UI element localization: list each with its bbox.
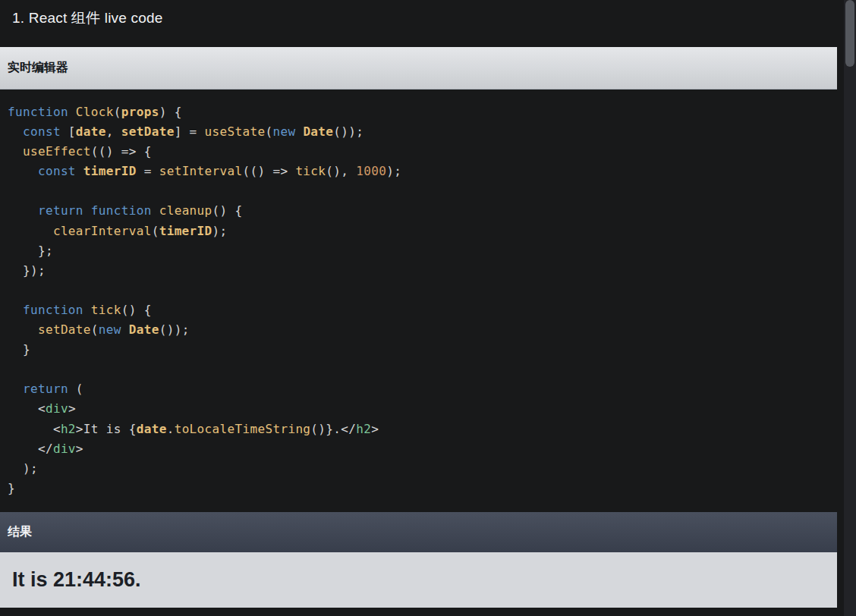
page-title: 1. React 组件 live code (12, 8, 163, 28)
code-line: function Clock(props) { (8, 102, 829, 122)
code-line: function tick() { (8, 300, 829, 320)
result-header-label: 结果 (8, 524, 32, 540)
live-editor-header-label: 实时编辑器 (8, 60, 68, 76)
code-line: return function cleanup() { (8, 201, 829, 221)
code-line: }; (8, 241, 829, 261)
code-line: const timerID = setInterval(() => tick()… (8, 162, 829, 181)
code-line: } (8, 479, 829, 498)
code-line: ); (8, 459, 829, 479)
code-line (8, 181, 829, 201)
code-line: <h2>It is {date.toLocaleTimeString()}.</… (8, 420, 829, 439)
code-line (8, 281, 829, 300)
code-line (8, 360, 829, 379)
code-line: </div> (8, 439, 829, 459)
result-output: It is 21:44:56. (12, 568, 141, 592)
code-line: const [date, setDate] = useState(new Dat… (8, 122, 829, 142)
code-line: useEffect(() => { (8, 142, 829, 162)
code-line: }); (8, 261, 829, 281)
live-code-playground: 实时编辑器 function Clock(props) { const [dat… (0, 47, 837, 608)
page-scrollbar[interactable] (844, 0, 856, 616)
code-line: return ( (8, 379, 829, 399)
code-line: <div> (8, 399, 829, 419)
result-header: 结果 (0, 512, 837, 552)
result-panel: It is 21:44:56. (0, 552, 837, 608)
scrollbar-thumb[interactable] (845, 0, 854, 67)
code-line: setDate(new Date()); (8, 320, 829, 340)
code-editor[interactable]: function Clock(props) { const [date, set… (0, 90, 837, 512)
live-editor-header: 实时编辑器 (0, 47, 837, 90)
code-line: clearInterval(timerID); (8, 222, 829, 241)
code-line: } (8, 340, 829, 360)
